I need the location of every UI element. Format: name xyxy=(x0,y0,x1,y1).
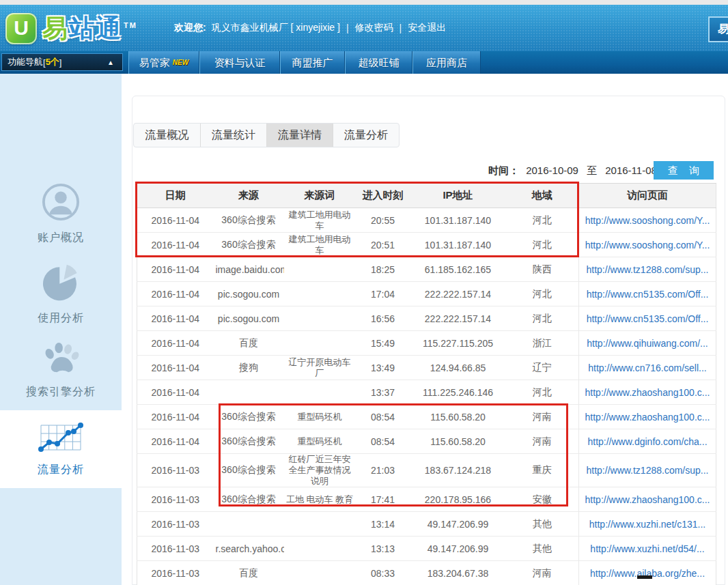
app-header: U 易站通TM 欢迎您: 巩义市鑫业机械厂 [ xinyejixie ] | 修… xyxy=(0,5,728,51)
cell-url: http://www.zhaoshang100.c... xyxy=(579,405,716,429)
logo-tm: TM xyxy=(124,21,137,29)
sidebar-item-1[interactable]: 账户概况 xyxy=(0,183,122,246)
corner-yizhantong-button[interactable]: 易站通 xyxy=(708,16,728,42)
nav-tab-5[interactable]: 应用商店 xyxy=(412,51,481,74)
tab-3[interactable]: 流量详情 xyxy=(266,124,333,147)
cell: 13:13 xyxy=(356,537,410,561)
time-label: 时间： xyxy=(488,165,519,176)
table-row: 2016-11-04360综合搜索重型码坯机08:54115.60.58.20河… xyxy=(137,429,716,454)
visited-page-link[interactable]: http://www.sooshong.com/Y... xyxy=(585,215,710,226)
nav-tab-label: 超级旺铺 xyxy=(359,57,400,68)
cell: 2016-11-04 xyxy=(137,233,214,257)
visited-page-link[interactable]: http://www.tz1288.com/sup... xyxy=(587,264,709,275)
logo-text: 易站通TM xyxy=(42,12,137,46)
cell: 360综合搜索 xyxy=(214,208,284,233)
start-date-field[interactable]: 2016-10-09 xyxy=(526,165,578,176)
screenshot-artifact-dash xyxy=(637,575,652,579)
nav-tab-label: 易管家 xyxy=(139,57,170,68)
nav-tab-4[interactable]: 超级旺铺 xyxy=(345,51,412,74)
cell: 河南 xyxy=(506,429,579,454)
cell: 360综合搜索 xyxy=(214,487,284,512)
visited-page-link[interactable]: http://www.xuzhi.net/d54/... xyxy=(590,543,704,554)
traffic-detail-table: 日期来源来源词进入时刻IP地址地域访问页面 2016-11-04360综合搜索建… xyxy=(137,183,716,585)
column-header: 访问页面 xyxy=(579,184,716,208)
function-nav-count: 5个 xyxy=(46,56,59,68)
cell: 21:03 xyxy=(356,454,410,487)
cell: 20:55 xyxy=(356,208,410,233)
cell: 49.147.206.99 xyxy=(410,537,506,561)
cell: 2016-11-04 xyxy=(137,331,214,356)
nav-tab-1[interactable]: 易管家NEW xyxy=(128,51,199,74)
visited-page-link[interactable]: http://www.xuzhi.net/c131... xyxy=(589,519,705,530)
cell: 111.225.246.146 xyxy=(410,380,506,405)
cell: 搜狗 xyxy=(214,356,284,380)
function-nav-dropdown[interactable]: 功能导航 [ 5个 ] ▲ xyxy=(1,53,123,71)
logo-char-2: 站 xyxy=(69,14,96,42)
cell: 其他 xyxy=(506,537,579,561)
visited-page-link[interactable]: http://www.dginfo.com/cha... xyxy=(587,436,707,447)
visited-page-link[interactable]: http://www.zhaoshang100.c... xyxy=(585,412,710,423)
cell: 115.60.58.20 xyxy=(410,429,506,454)
sidebar-item-label: 使用分析 xyxy=(38,311,84,326)
tab-4[interactable]: 流量分析 xyxy=(333,124,399,147)
tab-1[interactable]: 流量概况 xyxy=(134,124,200,147)
cell xyxy=(284,306,356,331)
cell: 红砖厂近三年安全生产事故情况说明 xyxy=(284,454,356,487)
change-password-link[interactable]: 修改密码 xyxy=(355,22,393,34)
cell: 河北 xyxy=(506,306,579,331)
sidebar-item-3[interactable]: 搜索引擎分析 xyxy=(0,343,122,400)
cell: 2016-11-04 xyxy=(137,429,214,454)
new-badge: NEW xyxy=(173,51,188,74)
sidebar-item-4[interactable]: 流量分析 xyxy=(0,410,122,488)
cell: 08:54 xyxy=(356,405,410,429)
cell: 2016-11-04 xyxy=(137,306,214,331)
cell xyxy=(284,331,356,356)
table-row: 2016-11-03r.search.yahoo.com13:1349.147.… xyxy=(137,537,716,561)
nav-tab-3[interactable]: 商盟推广 xyxy=(280,51,345,74)
visited-page-link[interactable]: http://www.zhaoshang100.c... xyxy=(585,494,710,505)
visited-page-link[interactable]: http://www.cn5135.com/Off... xyxy=(587,289,709,300)
cell: 183.204.67.38 xyxy=(410,561,506,585)
visited-page-link[interactable]: http://www.zhaoshang100.c... xyxy=(585,387,710,398)
sidebar-item-2[interactable]: 使用分析 xyxy=(0,263,122,326)
visited-page-link[interactable]: http://www.tz1288.com/sup... xyxy=(587,465,709,476)
table-body: 2016-11-04360综合搜索建筑工地用电动车20:55101.31.187… xyxy=(137,208,716,585)
cell: 101.31.187.140 xyxy=(410,208,506,233)
cell: 08:33 xyxy=(356,561,410,585)
cell-url: http://www.xuzhi.net/c131... xyxy=(579,512,716,537)
cell xyxy=(284,561,356,585)
query-button[interactable]: 查 询 xyxy=(654,161,714,180)
visited-page-link[interactable]: http://www.cn5135.com/Off... xyxy=(587,313,709,324)
cell-url: http://www.cn5135.com/Off... xyxy=(579,282,716,306)
bracket: ] xyxy=(59,57,62,68)
visited-page-link[interactable]: http://www.sooshong.com/Y... xyxy=(585,240,710,251)
table-row: 2016-11-04pic.sogou.com17:04222.222.157.… xyxy=(137,282,716,306)
visited-page-link[interactable]: http://www.cn716.com/sell... xyxy=(588,362,707,373)
tab-2[interactable]: 流量统计 xyxy=(200,124,266,147)
cell xyxy=(284,380,356,405)
column-header: 来源 xyxy=(214,184,284,208)
cell: 2016-11-03 xyxy=(137,454,214,487)
cell: 16:56 xyxy=(356,306,410,331)
cell-url: http://www.tz1288.com/sup... xyxy=(579,257,716,282)
sidebar: 账户概况使用分析搜索引擎分析流量分析 xyxy=(0,74,122,585)
nav-tab-2[interactable]: 资料与认证 xyxy=(199,51,280,74)
column-header: 日期 xyxy=(137,184,214,208)
cell-url: http://www.dginfo.com/cha... xyxy=(579,429,716,454)
end-date-field[interactable]: 2016-11-08 xyxy=(605,165,657,176)
cell: 115.227.115.205 xyxy=(410,331,506,356)
logout-link[interactable]: 安全退出 xyxy=(408,22,446,34)
cell: 49.147.206.99 xyxy=(410,512,506,537)
cell: 2016-11-04 xyxy=(137,380,214,405)
cell-url: http://www.cn716.com/sell... xyxy=(579,356,716,380)
logo-char-1: 易 xyxy=(42,14,69,42)
table-header-row: 日期来源来源词进入时刻IP地址地域访问页面 xyxy=(137,184,716,208)
cell: r.search.yahoo.com xyxy=(214,537,284,561)
cell: 360综合搜索 xyxy=(214,405,284,429)
column-header: 来源词 xyxy=(284,184,356,208)
visited-page-link[interactable]: http://www.qihuiwang.com/... xyxy=(587,338,708,349)
welcome-label: 欢迎您: xyxy=(174,22,206,34)
cell-url: http://www.zhaoshang100.c... xyxy=(579,380,716,405)
logo-char-3: 通 xyxy=(96,14,122,42)
cell: 百度 xyxy=(214,561,284,585)
